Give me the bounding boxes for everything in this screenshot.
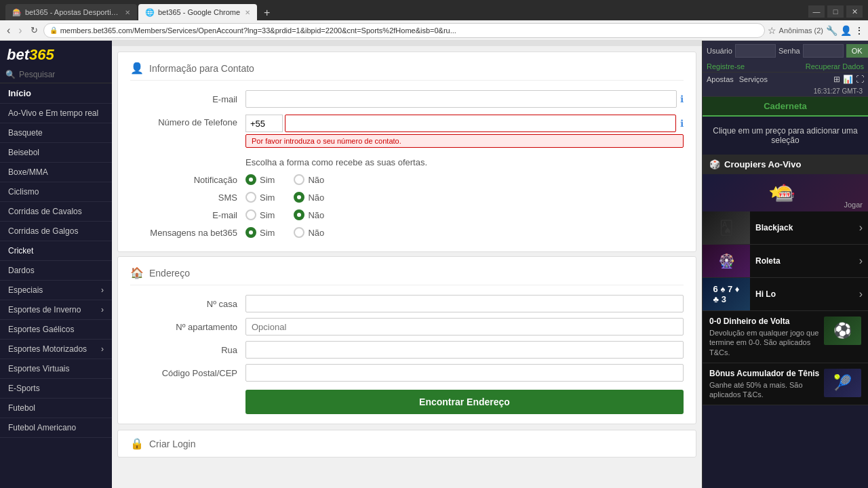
email-pref-nao-option[interactable]: Não [294,209,324,220]
sms-label: SMS [130,192,245,203]
sidebar-item-corridas-cavalos[interactable]: Corridas de Cavalos [0,202,112,222]
sidebar-item-esportes-gaelicos[interactable]: Esportes Gaélicos [0,320,112,340]
sidebar-item-basquete[interactable]: Basquete [0,123,112,143]
sms-options: Sim Não [245,192,324,203]
casino-title: Croupiers Ao-Vivo [724,159,801,169]
blackjack-name: Blackjack [755,223,854,232]
sidebar-item-esportes-motorizados[interactable]: Esportes Motorizados › [0,340,112,359]
house-number-label: Nº casa [130,299,245,309]
register-link[interactable]: Registre-se [707,62,745,70]
hilo-game-row[interactable]: 6 ♠ 7 ♦♣ 3 Hi Lo › [703,278,868,311]
sidebar-item-corridas-galgos[interactable]: Corridas de Galgos [0,222,112,241]
notification-sim-radio[interactable] [245,174,256,185]
right-nav-links: Apostas Serviços [707,75,768,83]
address-bar[interactable]: 🔒 members.bet365.com/Members/Services/Op… [43,23,765,38]
postal-code-row: Código Postal/CEP [130,364,684,382]
notification-nao-option[interactable]: Não [294,174,324,185]
messages-nao-option[interactable]: Não [294,227,324,238]
recover-link[interactable]: Recuperar Dados [806,62,864,70]
auth-links-bar: Registre-se Recuperar Dados [703,61,868,73]
sms-sim-option[interactable]: Sim [245,192,275,203]
hilo-info: Hi Lo [750,287,859,302]
messages-label: Mensagens na bet365 [130,228,245,238]
postal-code-input[interactable] [245,364,684,382]
contact-title: Informação para Contato [149,63,254,74]
close-window-btn[interactable]: ✕ [846,5,863,18]
create-login-header: 🔒 Criar Login [130,437,684,450]
sidebar-item-esports[interactable]: E-Sports [0,379,112,399]
email-pref-nao-radio[interactable] [294,209,304,220]
street-input[interactable] [245,341,684,359]
forward-btn[interactable]: › [16,23,24,38]
services-link[interactable]: Serviços [739,75,768,83]
sidebar-item-dardos[interactable]: Dardos [0,261,112,281]
sidebar-item-futebol-americano[interactable]: Futebol Americano [0,418,112,438]
apostas-link[interactable]: Apostas [707,75,734,83]
sidebar-item-esportes-inverno[interactable]: Esportes de Inverno › [0,300,112,320]
sms-nao-option[interactable]: Não [294,192,324,203]
messages-sim-option[interactable]: Sim [245,227,275,238]
maximize-btn[interactable]: □ [827,5,844,18]
messages-nao-radio[interactable] [294,227,304,238]
profile-btn[interactable]: 👤 [840,25,852,36]
extensions-btn[interactable]: 🔧 [826,25,837,36]
sidebar-item-futebol[interactable]: Futebol [0,399,112,418]
sidebar-item-especiais[interactable]: Especiais › [0,281,112,300]
casino-play-label[interactable]: Jogar [844,201,863,209]
phone-error-msg: Por favor introduza o seu número de cont… [245,134,684,148]
minimize-btn[interactable]: — [808,5,825,18]
usuario-input[interactable] [735,44,776,58]
menu-btn[interactable]: ⋮ [854,25,864,36]
notification-nao-radio[interactable] [294,174,304,185]
senha-input[interactable] [803,44,844,58]
caderneta-tab[interactable]: Caderneta [703,97,868,117]
tab2-close[interactable]: ✕ [245,9,250,16]
roleta-game-row[interactable]: 🎡 Roleta › [703,245,868,278]
phone-prefix-input[interactable] [245,115,283,132]
sidebar-item-ciclismo[interactable]: Ciclismo [0,182,112,202]
table-icon[interactable]: ⊞ [833,75,840,84]
find-address-button[interactable]: Encontrar Endereço [245,390,684,414]
auth-bar: Usuário Senha OK [703,41,868,61]
casino-icon: 🎲 [709,159,720,169]
expand-icon[interactable]: ⛶ [856,75,864,84]
sidebar-item-esportes-virtuais[interactable]: Esportes Virtuais [0,359,112,379]
address-title: Endereço [149,268,190,279]
inverno-arrow: › [101,305,104,314]
sidebar-item-inicio[interactable]: Início [0,83,112,104]
notification-sim-option[interactable]: Sim [245,174,275,185]
browser-tab-active[interactable]: 🌐 bet365 - Google Chrome ✕ [138,4,257,20]
sidebar-item-aovivo[interactable]: Ao-Vivo e Em tempo real [0,104,112,123]
sidebar-item-beisebol[interactable]: Beisebol [0,143,112,163]
back-btn[interactable]: ‹ [4,23,13,38]
browser-tab-inactive[interactable]: 🎰 bet365 - Apostas Desportivas O... ✕ [5,4,137,20]
create-login-label: Criar Login [149,439,195,449]
messages-sim-radio[interactable] [245,227,256,238]
tab1-close[interactable]: ✕ [125,9,130,16]
email-info-icon[interactable]: ℹ [680,94,684,104]
email-row: E-mail ℹ [130,90,684,108]
chart-icon[interactable]: 📊 [843,75,853,84]
address-icon: 🏠 [130,266,144,279]
sms-nao-radio[interactable] [294,192,304,203]
email-pref-sim-option[interactable]: Sim [245,209,275,220]
casino-image-area: 🎰 Jogar ⭐ [703,174,868,211]
address-section-header: 🏠 Endereço [130,266,684,285]
new-tab-btn[interactable]: + [258,7,275,19]
especiais-arrow: › [101,285,104,295]
email-input[interactable] [245,90,677,108]
email-pref-sim-radio[interactable] [245,209,256,220]
apartment-input[interactable] [245,318,684,336]
phone-number-input[interactable] [285,115,676,132]
phone-info-icon[interactable]: ℹ [680,118,684,129]
search-input[interactable] [19,70,106,79]
bookmark-btn[interactable]: ☆ [768,25,776,36]
house-number-input[interactable] [245,295,684,312]
sidebar-item-cricket[interactable]: Cricket [0,241,112,261]
ok-button[interactable]: OK [846,44,868,58]
sidebar-item-boxemma[interactable]: Boxe/MMA [0,163,112,182]
blackjack-game-row[interactable]: 🂡 Blackjack › [703,211,868,245]
casino-section-header[interactable]: 🎲 Croupiers Ao-Vivo [703,155,868,174]
reload-btn[interactable]: ↻ [28,24,41,37]
sms-sim-radio[interactable] [245,192,256,203]
